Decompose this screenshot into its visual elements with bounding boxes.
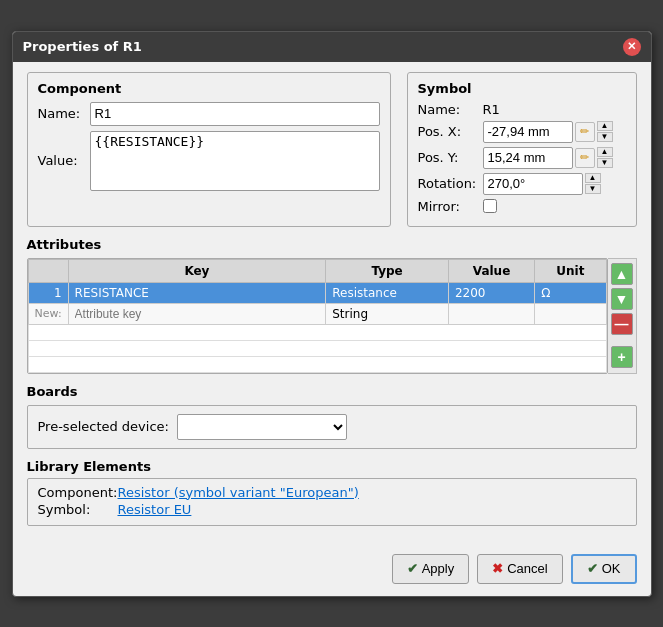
cancel-label: Cancel [507, 561, 547, 576]
sym-posy-row: Pos. Y: ✏ ▲ ▼ [418, 147, 626, 169]
ok-label: OK [602, 561, 621, 576]
symbol-title: Symbol [418, 81, 626, 96]
apply-check-icon: ✔ [407, 561, 418, 576]
move-down-button[interactable]: ▼ [611, 288, 633, 310]
lib-component-row: Component: Resistor (symbol variant "Eur… [38, 485, 626, 500]
cancel-cross-icon: ✖ [492, 561, 503, 576]
cancel-button[interactable]: ✖ Cancel [477, 554, 562, 584]
sym-posy-up-button[interactable]: ▲ [597, 147, 613, 157]
sym-rotation-wrap: ▲ ▼ [483, 173, 601, 195]
name-label: Name: [38, 106, 90, 121]
name-input[interactable] [90, 102, 380, 126]
new-key-cell[interactable] [68, 303, 326, 324]
component-title: Component [38, 81, 380, 96]
sym-name-row: Name: R1 [418, 102, 626, 117]
library-inner: Component: Resistor (symbol variant "Eur… [27, 478, 637, 526]
row-key: RESISTANCE [68, 282, 326, 303]
sym-posy-edit-button[interactable]: ✏ [575, 148, 595, 168]
value-input[interactable]: {{RESISTANCE}} [90, 131, 380, 191]
attributes-table-wrap: Key Type Value Unit 1 RESISTANCE [27, 258, 637, 374]
lib-component-label: Component: [38, 485, 118, 500]
sym-rotation-row: Rotation: ▲ ▼ [418, 173, 626, 195]
name-row: Name: [38, 102, 380, 126]
new-value-cell [448, 303, 534, 324]
sym-posx-label: Pos. X: [418, 124, 483, 139]
dialog-title: Properties of R1 [23, 39, 142, 54]
row-type: Resistance [326, 282, 449, 303]
row-num: 1 [28, 282, 68, 303]
col-num [28, 259, 68, 282]
sym-rotation-label: Rotation: [418, 176, 483, 191]
sym-posy-spin: ▲ ▼ [597, 147, 613, 168]
boards-select[interactable] [177, 414, 347, 440]
empty-row-2 [28, 340, 606, 356]
boards-title: Boards [27, 384, 637, 399]
empty-row-3 [28, 356, 606, 372]
table-row[interactable]: 1 RESISTANCE Resistance 2200 Ω [28, 282, 606, 303]
sym-posx-spin: ▲ ▼ [597, 121, 613, 142]
sym-posx-down-button[interactable]: ▼ [597, 132, 613, 142]
boards-section: Boards Pre-selected device: [27, 384, 637, 449]
ok-button[interactable]: ✔ OK [571, 554, 637, 584]
delete-button[interactable]: — [611, 313, 633, 335]
col-key: Key [68, 259, 326, 282]
new-row-label: New: [28, 303, 68, 324]
table-action-buttons: ▲ ▼ — + [608, 258, 637, 374]
move-up-button[interactable]: ▲ [611, 263, 633, 285]
sym-posy-down-button[interactable]: ▼ [597, 158, 613, 168]
attributes-table: Key Type Value Unit 1 RESISTANCE [28, 259, 607, 373]
titlebar: Properties of R1 ✕ [13, 32, 651, 62]
sym-posx-input[interactable] [483, 121, 573, 143]
lib-symbol-label: Symbol: [38, 502, 118, 517]
new-unit-cell [535, 303, 606, 324]
apply-button[interactable]: ✔ Apply [392, 554, 470, 584]
new-key-input[interactable] [75, 307, 320, 321]
apply-label: Apply [422, 561, 455, 576]
attrs-table-border: Key Type Value Unit 1 RESISTANCE [27, 258, 608, 374]
sym-mirror-checkbox[interactable] [483, 199, 497, 213]
lib-component-link[interactable]: Resistor (symbol variant "European") [118, 485, 359, 500]
row-value: 2200 [448, 282, 534, 303]
sym-rotation-input[interactable] [483, 173, 583, 195]
sym-rotation-spin: ▲ ▼ [585, 173, 601, 194]
component-section: Component Name: Value: {{RESISTANCE}} [27, 72, 391, 227]
sym-rotation-up-button[interactable]: ▲ [585, 173, 601, 183]
ok-check-icon: ✔ [587, 561, 598, 576]
sym-posx-up-button[interactable]: ▲ [597, 121, 613, 131]
symbol-section: Symbol Name: R1 Pos. X: ✏ ▲ ▼ [407, 72, 637, 227]
sym-posy-wrap: ✏ ▲ ▼ [483, 147, 613, 169]
sym-name-label: Name: [418, 102, 483, 117]
close-button[interactable]: ✕ [623, 38, 641, 56]
table-header-row: Key Type Value Unit [28, 259, 606, 282]
boards-row: Pre-selected device: [38, 414, 626, 440]
new-type-cell: String [326, 303, 449, 324]
sym-posx-wrap: ✏ ▲ ▼ [483, 121, 613, 143]
library-section: Library Elements Component: Resistor (sy… [27, 459, 637, 526]
lib-symbol-row: Symbol: Resistor EU [38, 502, 626, 517]
boards-preselected-label: Pre-selected device: [38, 419, 169, 434]
lib-symbol-link[interactable]: Resistor EU [118, 502, 192, 517]
new-attribute-row[interactable]: New: String [28, 303, 606, 324]
col-unit: Unit [535, 259, 606, 282]
value-label: Value: [38, 153, 90, 168]
col-value: Value [448, 259, 534, 282]
library-title: Library Elements [27, 459, 637, 474]
properties-dialog: Properties of R1 ✕ Component Name: Value… [12, 31, 652, 597]
top-sections: Component Name: Value: {{RESISTANCE}} Sy… [27, 72, 637, 227]
col-type: Type [326, 259, 449, 282]
row-unit: Ω [535, 282, 606, 303]
dialog-content: Component Name: Value: {{RESISTANCE}} Sy… [13, 62, 651, 546]
sym-mirror-row: Mirror: [418, 199, 626, 214]
empty-row-1 [28, 324, 606, 340]
add-button[interactable]: + [611, 346, 633, 368]
sym-rotation-down-button[interactable]: ▼ [585, 184, 601, 194]
footer: ✔ Apply ✖ Cancel ✔ OK [13, 546, 651, 596]
value-row: Value: {{RESISTANCE}} [38, 131, 380, 191]
sym-posx-row: Pos. X: ✏ ▲ ▼ [418, 121, 626, 143]
sym-posy-input[interactable] [483, 147, 573, 169]
attributes-title: Attributes [27, 237, 637, 252]
attributes-table-inner: Key Type Value Unit 1 RESISTANCE [27, 258, 608, 374]
sym-posx-edit-button[interactable]: ✏ [575, 122, 595, 142]
sym-name-value: R1 [483, 102, 500, 117]
sym-posy-label: Pos. Y: [418, 150, 483, 165]
